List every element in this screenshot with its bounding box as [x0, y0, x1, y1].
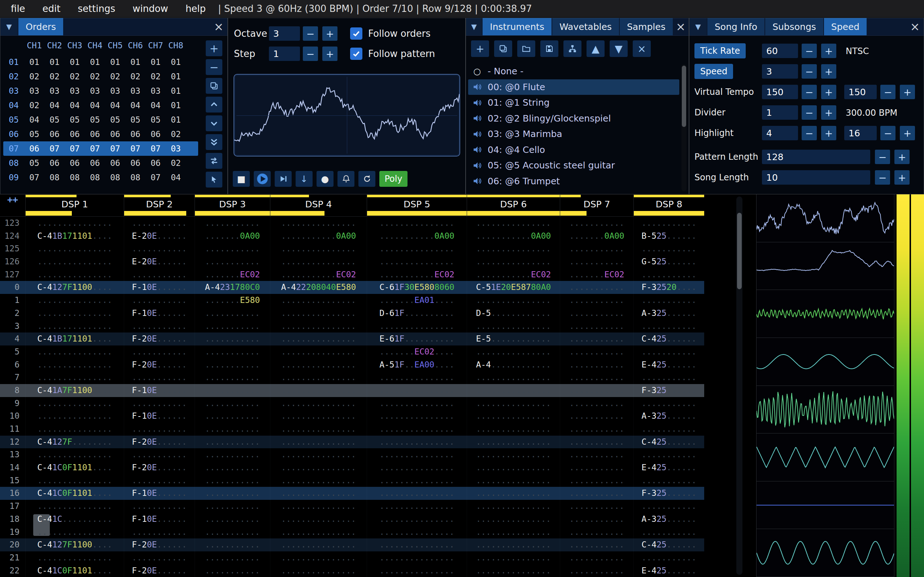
pattern-cell[interactable]: F-10E...... [124, 513, 195, 526]
pattern-cell[interactable]: ............... [25, 268, 124, 281]
pattern-cell[interactable]: C-4127F........ [25, 436, 124, 449]
pattern-cell[interactable]: ............... [270, 551, 367, 564]
order-cell[interactable]: 06 [145, 129, 166, 139]
order-cell[interactable]: 07 [65, 144, 85, 153]
instrument-none-item[interactable]: ○- None - [468, 63, 679, 79]
pattern-cell[interactable]: ............... [467, 397, 560, 410]
pattern-row[interactable]: 8C-41A7F1100....F-10E...................… [0, 384, 704, 397]
pattern-cell[interactable]: ........... [633, 551, 704, 564]
pattern-cell[interactable]: F-10E...... [124, 384, 195, 397]
speed-increase-button[interactable]: + [821, 64, 836, 79]
pattern-cell[interactable]: ........... [124, 551, 195, 564]
pattern-cell[interactable]: ........... [195, 358, 270, 371]
delete-instrument-button[interactable]: × [633, 40, 651, 57]
order-cell[interactable]: 06 [125, 158, 145, 168]
pattern-row[interactable]: 5.......................................… [0, 345, 704, 358]
pattern-cell[interactable]: ............... [25, 551, 124, 564]
pattern-cell[interactable]: ........... [633, 526, 704, 539]
pattern-cell[interactable]: ............... [270, 423, 367, 436]
pattern-cell[interactable]: ............... [25, 307, 124, 320]
pattern-cell[interactable]: ........... [560, 538, 633, 551]
pattern-cell[interactable]: ........... [560, 397, 633, 410]
channel-header-dsp-7[interactable]: DSP 7 [560, 194, 633, 216]
pattern-cell[interactable]: .......E580 [195, 294, 270, 307]
channel-header-dsp-1[interactable]: DSP 1 [25, 194, 124, 216]
pattern-cell[interactable]: ........... [124, 423, 195, 436]
order-row[interactable]: 070607070707070703 [3, 141, 198, 156]
tick-rate-input[interactable]: 60 [762, 44, 798, 58]
tab-instruments[interactable]: Instruments [483, 18, 551, 35]
tab-wavetables[interactable]: Wavetables [552, 18, 619, 35]
pattern-cell[interactable]: G-525...... [633, 255, 704, 268]
order-cell[interactable]: 07 [145, 144, 166, 153]
pattern-cell[interactable]: ............... [467, 410, 560, 423]
pattern-row[interactable]: 10...............F-10E..................… [0, 410, 704, 423]
pattern-cell[interactable]: ............... [467, 371, 560, 384]
pattern-cell[interactable]: C-41B171101.... [25, 332, 124, 345]
pattern-cell[interactable]: ........... [633, 448, 704, 461]
pattern-cell[interactable]: C-41C0F1101.... [25, 564, 124, 577]
tab-orders[interactable]: Orders [18, 18, 63, 35]
channel-header-dsp-6[interactable]: DSP 6 [467, 194, 560, 216]
order-edit-mode-button[interactable] [206, 172, 222, 187]
pattern-cell[interactable]: ............... [367, 564, 467, 577]
pattern-cell[interactable]: A-51F..EA00.... [367, 358, 467, 371]
pattern-cell[interactable]: ........... [195, 487, 270, 500]
pattern-row[interactable]: 3.......................................… [0, 320, 704, 333]
pattern-cell[interactable]: ........... [560, 410, 633, 423]
virtual-tempo-denominator-decrease-button[interactable]: − [880, 85, 895, 99]
pattern-cell[interactable]: ........... [195, 474, 270, 487]
pattern-cell[interactable]: ............... [270, 461, 367, 474]
pattern-cell[interactable]: ........... [560, 320, 633, 333]
pattern-cell[interactable]: ............... [367, 410, 467, 423]
menu-file[interactable]: file [2, 0, 34, 17]
pattern-cell[interactable]: ............... [270, 410, 367, 423]
pattern-cell[interactable]: ........... [560, 358, 633, 371]
order-row[interactable]: 060506060606060602 [3, 127, 198, 141]
pattern-cell[interactable]: C-51E20E58780A0 [467, 281, 560, 294]
pattern-cell[interactable]: ...........0A00 [270, 230, 367, 243]
pattern-cell[interactable]: ............... [367, 474, 467, 487]
pattern-cell[interactable]: ........... [560, 500, 633, 513]
virtual-tempo-denominator-input[interactable]: 150 [844, 85, 877, 99]
order-cell[interactable]: 07 [85, 144, 105, 153]
pattern-cell[interactable]: ........... [560, 345, 633, 358]
pattern-cell[interactable]: ........... [560, 448, 633, 461]
pattern-row[interactable]: 12C-4127F........F-20E..................… [0, 436, 704, 449]
order-cell[interactable]: 01 [105, 57, 125, 67]
pattern-cell[interactable]: A-325...... [633, 410, 704, 423]
pattern-cell[interactable]: ............... [270, 538, 367, 551]
order-cell[interactable]: 06 [65, 129, 85, 139]
order-cell[interactable]: 02 [145, 72, 166, 81]
pattern-cell[interactable]: ............... [467, 500, 560, 513]
order-cell[interactable]: 02 [24, 101, 44, 110]
pattern-cell[interactable]: F-20E...... [124, 332, 195, 345]
pattern-cell[interactable]: ............... [270, 436, 367, 449]
pattern-cell[interactable]: ........... [195, 217, 270, 230]
pattern-cell[interactable]: ............... [367, 371, 467, 384]
song-length-decrease-button[interactable]: − [875, 170, 890, 185]
order-cell[interactable]: 03 [166, 144, 186, 153]
order-cell[interactable]: 08 [44, 173, 65, 182]
order-cell[interactable]: 06 [85, 129, 105, 139]
instrument-list-scrollbar[interactable] [682, 64, 687, 191]
order-cell[interactable]: 06 [105, 158, 125, 168]
pattern-cell[interactable]: A-422208040E580 [270, 281, 367, 294]
play-button[interactable] [254, 171, 271, 187]
pattern-row[interactable]: 4C-41B171101....F-20E...................… [0, 332, 704, 345]
pattern-cell[interactable]: ........... [633, 474, 704, 487]
octave-decrease-button[interactable]: − [303, 26, 318, 41]
order-cell[interactable]: 07 [105, 144, 125, 153]
pattern-cell[interactable]: ............... [367, 397, 467, 410]
song-close-button[interactable]: × [906, 18, 924, 35]
pattern-cell[interactable]: B-525...... [633, 230, 704, 243]
pattern-cell[interactable]: C-41B171101.... [25, 230, 124, 243]
pattern-row[interactable]: 127.................................EC02… [0, 268, 704, 281]
pattern-cell[interactable]: E-61F.......... [367, 332, 467, 345]
pattern-cell[interactable]: ........... [633, 500, 704, 513]
pattern-cell[interactable]: ........... [633, 423, 704, 436]
pattern-cell[interactable]: ........... [124, 345, 195, 358]
order-cell[interactable]: 03 [65, 86, 85, 95]
pattern-cell[interactable]: .......0A00 [560, 230, 633, 243]
order-row[interactable]: 030303030303030301 [3, 84, 198, 98]
